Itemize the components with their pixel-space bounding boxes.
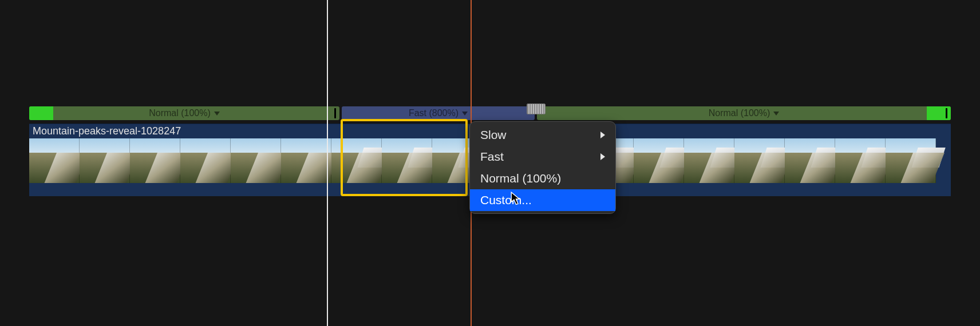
clip-thumbnail [180,138,231,183]
chevron-right-icon [600,132,605,138]
clip-thumbnail [382,138,432,183]
retiming-segment-normal-1[interactable]: Normal (100%) [29,106,339,120]
menu-item-custom[interactable]: Custom... [470,189,615,211]
speed-context-menu: Slow Fast Normal (100%) Custom... [469,121,616,214]
chevron-down-icon[interactable] [462,112,468,116]
segment-edge-marker[interactable] [946,108,947,118]
retiming-speed-label: Fast (800%) [409,108,459,118]
menu-item-label: Normal (100%) [480,172,561,185]
clip-thumbnail [29,138,80,183]
clip-thumbnail [331,138,382,183]
menu-item-label: Custom... [480,193,532,207]
segment-edge-marker[interactable] [334,108,336,118]
clip-thumbnail [80,138,130,183]
chevron-right-icon [600,153,605,160]
retiming-bar-row: Normal (100%) Fast (800%) Normal (100%) [29,106,951,120]
clip-thumbnail [684,138,734,183]
menu-item-slow[interactable]: Slow [470,124,615,146]
clip-thumbnail [886,138,936,183]
clip-thumbnail [634,138,684,183]
chevron-down-icon[interactable] [214,112,220,116]
retiming-speed-label: Normal (100%) [149,108,211,118]
clip-thumbnail [785,138,835,183]
clip-thumbnail [281,138,331,183]
clip-title: Mountain-peaks-reveal-1028247 [33,125,181,137]
retiming-drag-handle[interactable] [527,104,546,114]
menu-item-normal[interactable]: Normal (100%) [470,168,615,189]
retiming-segment-fast[interactable]: Fast (800%) [342,106,535,120]
menu-item-label: Fast [480,150,504,164]
clip-thumbnail [734,138,785,183]
clip-thumbnail [130,138,180,183]
clip-thumbnail [231,138,281,183]
retiming-speed-label: Normal (100%) [709,108,770,118]
retiming-handle-left[interactable] [29,106,53,120]
retiming-segment-normal-2[interactable]: Normal (100%) [537,106,951,120]
menu-item-fast[interactable]: Fast [470,146,615,168]
menu-item-label: Slow [480,128,507,142]
clip-thumbnail [835,138,886,183]
chevron-down-icon[interactable] [773,112,779,116]
